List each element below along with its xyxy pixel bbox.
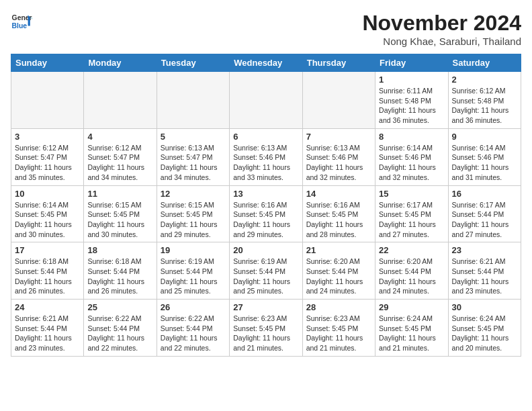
day-info: Sunrise: 6:19 AMSunset: 5:44 PMDaylight:… [233,257,298,296]
day-number: 29 [379,302,444,312]
day-info: Sunrise: 6:12 AMSunset: 5:47 PMDaylight:… [87,143,152,183]
day-number: 2 [452,75,517,85]
day-number: 27 [233,302,298,312]
sunset-text: Sunset: 5:46 PM [452,153,504,161]
calendar-day-cell: 4Sunrise: 6:12 AMSunset: 5:47 PMDaylight… [84,128,157,185]
day-number: 15 [379,189,444,199]
daylight-text: Daylight: 11 hours and 25 minutes. [161,277,218,295]
day-info: Sunrise: 6:12 AMSunset: 5:48 PMDaylight:… [452,86,517,126]
day-info: Sunrise: 6:16 AMSunset: 5:45 PMDaylight:… [233,200,298,240]
daylight-text: Daylight: 11 hours and 21 minutes. [233,334,290,352]
calendar-day-cell: 18Sunrise: 6:18 AMSunset: 5:44 PMDayligh… [84,242,157,300]
day-info: Sunrise: 6:14 AMSunset: 5:46 PMDaylight:… [452,143,517,183]
daylight-text: Daylight: 11 hours and 21 minutes. [379,334,436,352]
calendar-day-cell: 20Sunrise: 6:19 AMSunset: 5:44 PMDayligh… [230,242,302,300]
day-of-week-header: Monday [84,54,157,72]
day-info: Sunrise: 6:13 AMSunset: 5:46 PMDaylight:… [306,143,371,183]
day-info: Sunrise: 6:18 AMSunset: 5:44 PMDaylight:… [15,257,80,296]
daylight-text: Daylight: 11 hours and 34 minutes. [87,163,144,181]
calendar-day-cell: 10Sunrise: 6:14 AMSunset: 5:45 PMDayligh… [11,185,84,242]
sunrise-text: Sunrise: 6:19 AM [161,257,214,265]
daylight-text: Daylight: 11 hours and 23 minutes. [452,277,509,295]
day-number: 13 [233,189,298,199]
calendar-day-cell: 24Sunrise: 6:21 AMSunset: 5:44 PMDayligh… [11,300,84,357]
day-number: 3 [15,132,80,142]
day-number: 10 [15,189,80,199]
day-info: Sunrise: 6:11 AMSunset: 5:48 PMDaylight:… [379,86,444,126]
sunset-text: Sunset: 5:45 PM [233,210,285,218]
sunset-text: Sunset: 5:48 PM [379,97,431,105]
day-of-week-header: Sunday [11,54,84,72]
day-number: 4 [87,132,152,142]
sunrise-text: Sunrise: 6:24 AM [452,314,506,322]
sunset-text: Sunset: 5:47 PM [87,153,140,161]
sunrise-text: Sunrise: 6:20 AM [306,257,360,265]
calendar-day-cell: 23Sunrise: 6:21 AMSunset: 5:44 PMDayligh… [448,242,521,300]
sunset-text: Sunset: 5:44 PM [15,267,67,275]
daylight-text: Daylight: 11 hours and 26 minutes. [87,277,144,295]
day-number: 19 [161,245,226,255]
sunrise-text: Sunrise: 6:24 AM [379,314,433,322]
calendar-day-cell: 1Sunrise: 6:11 AMSunset: 5:48 PMDaylight… [375,72,448,129]
calendar-day-cell: 13Sunrise: 6:16 AMSunset: 5:45 PMDayligh… [230,185,302,242]
sunrise-text: Sunrise: 6:22 AM [161,314,214,322]
day-of-week-header: Wednesday [230,54,302,72]
sunset-text: Sunset: 5:45 PM [452,324,504,332]
sunset-text: Sunset: 5:45 PM [306,324,359,332]
sunrise-text: Sunrise: 6:13 AM [233,144,287,152]
calendar-day-cell: 30Sunrise: 6:24 AMSunset: 5:45 PMDayligh… [448,300,521,357]
day-number: 14 [306,189,371,199]
day-info: Sunrise: 6:17 AMSunset: 5:45 PMDaylight:… [379,200,444,240]
day-number: 7 [306,132,371,142]
calendar-day-cell: 15Sunrise: 6:17 AMSunset: 5:45 PMDayligh… [375,185,448,242]
day-info: Sunrise: 6:20 AMSunset: 5:44 PMDaylight:… [379,257,444,296]
calendar-day-cell [11,72,84,129]
sunset-text: Sunset: 5:45 PM [161,210,213,218]
day-number: 18 [87,245,152,255]
day-of-week-header: Thursday [302,54,375,72]
sunrise-text: Sunrise: 6:17 AM [452,201,506,209]
daylight-text: Daylight: 11 hours and 22 minutes. [87,334,144,352]
day-of-week-header: Saturday [448,54,521,72]
daylight-text: Daylight: 11 hours and 26 minutes. [15,277,72,295]
sunrise-text: Sunrise: 6:22 AM [87,314,141,322]
day-number: 6 [233,132,298,142]
day-info: Sunrise: 6:23 AMSunset: 5:45 PMDaylight:… [306,314,371,353]
daylight-text: Daylight: 11 hours and 29 minutes. [233,220,290,238]
day-info: Sunrise: 6:24 AMSunset: 5:45 PMDaylight:… [452,314,517,353]
sunset-text: Sunset: 5:45 PM [87,210,140,218]
sunset-text: Sunset: 5:45 PM [15,210,67,218]
daylight-text: Daylight: 11 hours and 32 minutes. [306,163,363,181]
sunrise-text: Sunrise: 6:16 AM [306,201,360,209]
sunrise-text: Sunrise: 6:15 AM [161,201,214,209]
daylight-text: Daylight: 11 hours and 24 minutes. [306,277,363,295]
sunrise-text: Sunrise: 6:19 AM [233,257,287,265]
calendar-day-cell: 26Sunrise: 6:22 AMSunset: 5:44 PMDayligh… [157,300,229,357]
general-blue-logo-icon: General Blue [11,11,32,32]
sunrise-text: Sunrise: 6:14 AM [379,144,433,152]
calendar-day-cell: 16Sunrise: 6:17 AMSunset: 5:44 PMDayligh… [448,185,521,242]
day-info: Sunrise: 6:12 AMSunset: 5:47 PMDaylight:… [15,143,80,183]
day-info: Sunrise: 6:23 AMSunset: 5:45 PMDaylight:… [233,314,298,353]
month-title: November 2024 [362,11,521,36]
sunset-text: Sunset: 5:47 PM [15,153,67,161]
daylight-text: Daylight: 11 hours and 20 minutes. [452,334,509,352]
day-info: Sunrise: 6:13 AMSunset: 5:46 PMDaylight:… [233,143,298,183]
logo: General Blue [11,11,32,32]
calendar-week-row: 3Sunrise: 6:12 AMSunset: 5:47 PMDaylight… [11,128,521,185]
day-info: Sunrise: 6:13 AMSunset: 5:47 PMDaylight:… [161,143,226,183]
svg-text:Blue: Blue [12,22,28,30]
sunset-text: Sunset: 5:44 PM [87,267,140,275]
calendar-day-cell: 17Sunrise: 6:18 AMSunset: 5:44 PMDayligh… [11,242,84,300]
sunset-text: Sunset: 5:44 PM [233,267,285,275]
day-info: Sunrise: 6:14 AMSunset: 5:45 PMDaylight:… [15,200,80,240]
daylight-text: Daylight: 11 hours and 36 minutes. [379,106,436,124]
daylight-text: Daylight: 11 hours and 29 minutes. [161,220,218,238]
daylight-text: Daylight: 11 hours and 34 minutes. [161,163,218,181]
calendar-day-cell: 5Sunrise: 6:13 AMSunset: 5:47 PMDaylight… [157,128,229,185]
sunrise-text: Sunrise: 6:13 AM [161,144,214,152]
sunset-text: Sunset: 5:44 PM [452,267,504,275]
day-number: 9 [452,132,517,142]
sunset-text: Sunset: 5:46 PM [379,153,431,161]
daylight-text: Daylight: 11 hours and 28 minutes. [306,220,363,238]
